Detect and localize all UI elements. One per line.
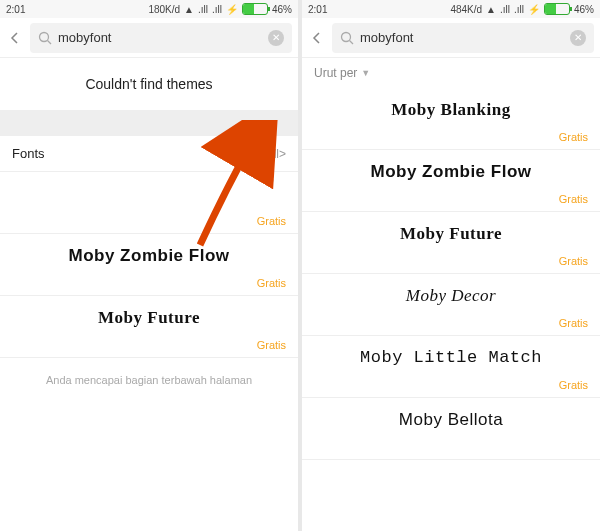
back-icon[interactable] [308,29,326,47]
end-of-list-msg: Anda mencapai bagian terbawah halaman [0,358,298,402]
search-row: ✕ [0,18,298,58]
font-name: Moby Blanking [314,100,588,120]
search-row: ✕ [302,18,600,58]
battery-icon [242,3,268,15]
status-bar: 2:01 180K/d ▲ .ıll .ıll ⚡ 46% [0,0,298,18]
search-input[interactable] [360,30,564,45]
search-input[interactable] [58,30,262,45]
fonts-section-header: Fonts View all> [0,136,298,172]
net-speed: 180K/d [148,4,180,15]
font-item[interactable]: Moby FutureGratis [302,212,600,274]
clock: 2:01 [308,4,327,15]
charge-icon: ⚡ [226,4,238,15]
font-name: Moby Decor [314,286,588,306]
wifi-icon: ▲ [184,4,194,15]
search-box[interactable]: ✕ [332,23,594,53]
font-name: Moby Zombie Flow [12,246,286,266]
status-bar: 2:01 484K/d ▲ .ıll .ıll ⚡ 46% [302,0,600,18]
font-price: Gratis [257,339,286,351]
clear-icon[interactable]: ✕ [268,30,284,46]
font-name: Moby Future [314,224,588,244]
font-item[interactable]: Moby Zombie FlowGratis [0,234,298,296]
font-price: Gratis [559,379,588,391]
font-item[interactable]: Moby Bellota [302,398,600,460]
font-item[interactable]: Gratis [0,172,298,234]
font-price: Gratis [559,317,588,329]
font-price: Gratis [257,215,286,227]
section-title: Fonts [12,146,45,161]
view-all-link[interactable]: View all> [238,147,286,161]
clear-icon[interactable]: ✕ [570,30,586,46]
sort-label: Urut per [314,66,357,80]
signal-icon: .ıll [500,4,510,15]
font-name: Moby Zombie Flow [314,162,588,182]
clock: 2:01 [6,4,25,15]
battery-pct: 46% [574,4,594,15]
battery-icon [544,3,570,15]
search-icon [38,31,52,45]
signal-icon: .ıll [198,4,208,15]
font-item[interactable]: Moby Little MatchGratis [302,336,600,398]
search-icon [340,31,354,45]
font-item[interactable]: Moby BlankingGratis [302,88,600,150]
signal-icon: .ıll [212,4,222,15]
net-speed: 484K/d [450,4,482,15]
search-box[interactable]: ✕ [30,23,292,53]
font-price: Gratis [257,277,286,289]
font-item[interactable]: Moby Zombie FlowGratis [302,150,600,212]
font-name: Moby Little Match [314,348,588,367]
battery-pct: 46% [272,4,292,15]
chevron-down-icon: ▼ [361,68,370,78]
svg-line-1 [48,40,52,44]
charge-icon: ⚡ [528,4,540,15]
font-item[interactable]: Moby DecorGratis [302,274,600,336]
signal-icon: .ıll [514,4,524,15]
not-found-msg: Couldn't find themes [0,58,298,110]
font-item[interactable]: Moby FutureGratis [0,296,298,358]
svg-point-0 [40,32,49,41]
left-screen: 2:01 180K/d ▲ .ıll .ıll ⚡ 46% ✕ Couldn't… [0,0,298,531]
svg-line-3 [350,40,354,44]
wifi-icon: ▲ [486,4,496,15]
font-price: Gratis [559,193,588,205]
svg-point-2 [342,32,351,41]
right-screen: 2:01 484K/d ▲ .ıll .ıll ⚡ 46% ✕ Urut per… [302,0,600,531]
font-price: Gratis [559,131,588,143]
font-name: Moby Future [12,308,286,328]
font-name: Moby Bellota [314,410,588,430]
font-list: GratisMoby Zombie FlowGratisMoby FutureG… [0,172,298,358]
font-list: Moby BlankingGratisMoby Zombie FlowGrati… [302,88,600,460]
back-icon[interactable] [6,29,24,47]
font-price: Gratis [559,255,588,267]
section-gap [0,110,298,136]
sort-dropdown[interactable]: Urut per ▼ [302,58,600,88]
